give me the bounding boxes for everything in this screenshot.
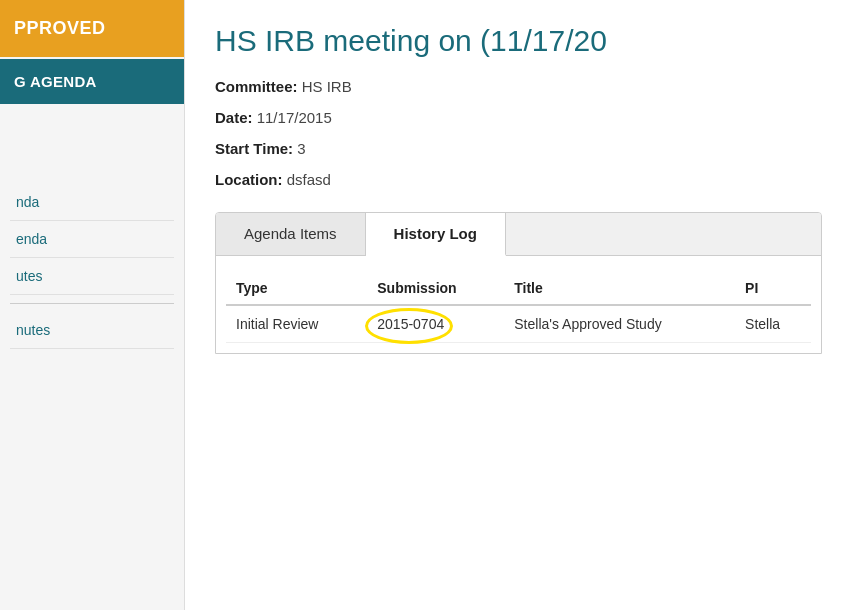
sidebar-item-2[interactable]: utes bbox=[10, 258, 174, 295]
start-time-value-text: 3 bbox=[297, 140, 305, 157]
sidebar-agenda-active-label[interactable]: G AGENDA bbox=[0, 59, 184, 104]
sidebar-item-3[interactable]: nutes bbox=[10, 312, 174, 349]
location-label: Location: bbox=[215, 171, 283, 188]
sidebar-nav: nda enda utes nutes bbox=[0, 184, 184, 349]
start-time-row: Start Time: 3 bbox=[215, 140, 822, 157]
submission-highlight: 2015-0704 bbox=[377, 316, 444, 332]
table-container: Type Submission Title PI Initial Review … bbox=[216, 256, 821, 353]
sidebar-divider bbox=[10, 303, 174, 304]
tab-agenda-items[interactable]: Agenda Items bbox=[216, 213, 366, 255]
location-value-text: dsfasd bbox=[287, 171, 331, 188]
committee-label: Committee: bbox=[215, 78, 298, 95]
cell-type: Initial Review bbox=[226, 305, 367, 343]
col-pi: PI bbox=[735, 272, 811, 305]
tabs-header: Agenda Items History Log bbox=[216, 213, 821, 256]
sidebar: PPROVED G AGENDA nda enda utes nutes bbox=[0, 0, 185, 610]
sidebar-item-0[interactable]: nda bbox=[10, 184, 174, 221]
col-type: Type bbox=[226, 272, 367, 305]
date-value-text: 11/17/2015 bbox=[257, 109, 332, 126]
start-time-label: Start Time: bbox=[215, 140, 293, 157]
col-submission: Submission bbox=[367, 272, 504, 305]
committee-row: Committee: HS IRB bbox=[215, 78, 822, 95]
sidebar-approved-label[interactable]: PPROVED bbox=[0, 0, 184, 57]
cell-submission: 2015-0704 bbox=[367, 305, 504, 343]
history-table: Type Submission Title PI Initial Review … bbox=[226, 272, 811, 343]
date-label: Date: bbox=[215, 109, 253, 126]
main-content: HS IRB meeting on (11/17/20 Committee: H… bbox=[185, 0, 852, 610]
cell-pi: Stella bbox=[735, 305, 811, 343]
table-row: Initial Review 2015-0704 Stella's Approv… bbox=[226, 305, 811, 343]
page-title: HS IRB meeting on (11/17/20 bbox=[215, 24, 822, 58]
tabs-container: Agenda Items History Log Type Submission… bbox=[215, 212, 822, 354]
date-row: Date: 11/17/2015 bbox=[215, 109, 822, 126]
committee-value-text: HS IRB bbox=[302, 78, 352, 95]
meta-section: Committee: HS IRB Date: 11/17/2015 Start… bbox=[215, 78, 822, 188]
cell-title: Stella's Approved Study bbox=[504, 305, 735, 343]
col-title: Title bbox=[504, 272, 735, 305]
tab-history-log[interactable]: History Log bbox=[366, 213, 506, 256]
submission-value: 2015-0704 bbox=[377, 316, 444, 332]
location-row: Location: dsfasd bbox=[215, 171, 822, 188]
sidebar-item-1[interactable]: enda bbox=[10, 221, 174, 258]
